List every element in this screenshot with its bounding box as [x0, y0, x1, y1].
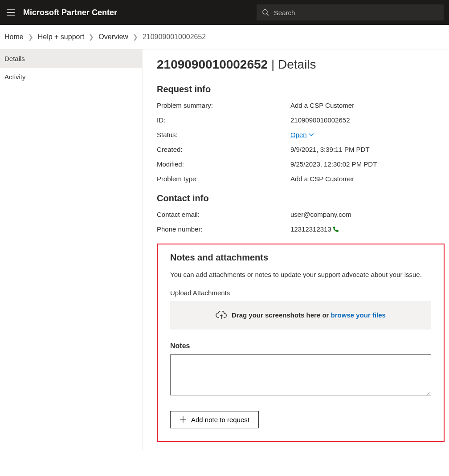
- page-title-id: 2109090010002652: [157, 57, 268, 71]
- notes-attachments-section: Notes and attachments You can add attach…: [157, 244, 445, 442]
- breadcrumb-overview[interactable]: Overview: [98, 33, 128, 41]
- content: 2109090010002652 | Details Request info …: [143, 49, 449, 451]
- chevron-down-icon: [309, 133, 314, 137]
- chevron-right-icon: ❯: [133, 33, 138, 41]
- add-note-button[interactable]: Add note to request: [170, 411, 259, 428]
- status-value: Open: [290, 131, 307, 138]
- problem-summary-label: Problem summary:: [157, 102, 290, 109]
- notes-description: You can add attachments or notes to upda…: [170, 270, 431, 280]
- svg-point-0: [263, 9, 267, 14]
- browse-files-link[interactable]: browse your files: [331, 311, 386, 319]
- sidenav: Details Activity: [0, 49, 143, 451]
- brand-title: Microsoft Partner Center: [23, 8, 117, 17]
- problem-type-value: Add a CSP Customer: [290, 175, 445, 183]
- modified-label: Modified:: [157, 160, 290, 168]
- breadcrumb-help-support[interactable]: Help + support: [38, 33, 85, 41]
- hamburger-icon: [7, 9, 15, 16]
- chevron-right-icon: ❯: [28, 33, 33, 41]
- problem-type-label: Problem type:: [157, 175, 290, 183]
- phone-label: Phone number:: [157, 225, 290, 233]
- svg-line-1: [267, 14, 269, 16]
- notes-field-label: Notes: [170, 342, 431, 350]
- plus-icon: [180, 416, 187, 423]
- search-wrap: [257, 4, 444, 20]
- status-dropdown[interactable]: Open: [290, 131, 314, 138]
- notes-textarea[interactable]: [170, 354, 431, 395]
- chevron-right-icon: ❯: [89, 33, 94, 41]
- dropzone-text: Drag your screenshots here or browse you…: [232, 311, 386, 319]
- contact-info-heading: Contact info: [157, 193, 445, 203]
- contact-info-grid: Contact email: user@company.com Phone nu…: [157, 211, 445, 233]
- cloud-upload-icon: [216, 311, 227, 320]
- id-value: 2109090010002652: [290, 116, 445, 124]
- main-layout: Details Activity 2109090010002652 | Deta…: [0, 49, 449, 451]
- contact-email-label: Contact email:: [157, 211, 290, 218]
- sidenav-item-label: Details: [4, 55, 25, 62]
- created-value: 9/9/2021, 3:39:11 PM PDT: [290, 146, 445, 153]
- search-input[interactable]: [274, 9, 438, 16]
- notes-heading: Notes and attachments: [170, 252, 431, 263]
- upload-attachments-label: Upload Attachments: [170, 289, 431, 297]
- sidenav-item-activity[interactable]: Activity: [0, 68, 142, 86]
- breadcrumb-home[interactable]: Home: [4, 33, 24, 41]
- contact-email-value: user@company.com: [290, 211, 445, 218]
- status-label: Status:: [157, 131, 290, 138]
- breadcrumb: Home ❯ Help + support ❯ Overview ❯ 21090…: [0, 25, 449, 49]
- search-icon: [262, 8, 269, 16]
- phone-wrap: 12312312313: [290, 225, 339, 233]
- sidenav-item-details[interactable]: Details: [0, 49, 142, 68]
- sidenav-item-label: Activity: [4, 73, 26, 81]
- problem-summary-value: Add a CSP Customer: [290, 102, 445, 109]
- add-note-button-label: Add note to request: [191, 416, 249, 423]
- phone-value: 12312312313: [290, 225, 331, 233]
- request-info-heading: Request info: [157, 84, 445, 94]
- page-title-suffix: | Details: [268, 57, 316, 71]
- request-info-grid: Problem summary: Add a CSP Customer ID: …: [157, 102, 445, 183]
- page-title: 2109090010002652 | Details: [157, 57, 445, 72]
- modified-value: 9/25/2023, 12:30:02 PM PDT: [290, 160, 445, 168]
- breadcrumb-current: 2109090010002652: [143, 33, 206, 41]
- hamburger-menu[interactable]: [5, 7, 16, 18]
- upload-dropzone[interactable]: Drag your screenshots here or browse you…: [170, 301, 431, 330]
- search-box[interactable]: [257, 4, 444, 20]
- created-label: Created:: [157, 146, 290, 153]
- id-label: ID:: [157, 116, 290, 124]
- topbar: Microsoft Partner Center: [0, 0, 449, 25]
- phone-icon[interactable]: [332, 226, 339, 233]
